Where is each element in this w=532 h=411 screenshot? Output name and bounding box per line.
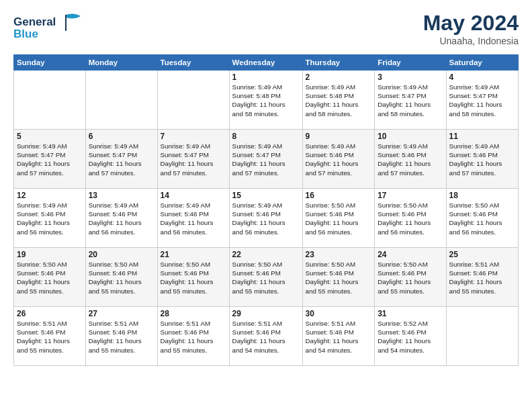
calendar: SundayMondayTuesdayWednesdayThursdayFrid… xyxy=(13,54,519,366)
calendar-cell: 2Sunrise: 5:49 AMSunset: 5:48 PMDaylight… xyxy=(302,71,375,130)
weekday-thursday: Thursday xyxy=(302,55,375,71)
day-info: Sunrise: 5:49 AMSunset: 5:46 PMDaylight:… xyxy=(378,142,443,177)
day-info: Sunrise: 5:49 AMSunset: 5:48 PMDaylight:… xyxy=(306,83,372,118)
day-number: 4 xyxy=(449,73,516,82)
day-info: Sunrise: 5:51 AMSunset: 5:46 PMDaylight:… xyxy=(306,319,372,355)
day-number: 30 xyxy=(306,309,372,318)
week-row-4: 19Sunrise: 5:50 AMSunset: 5:46 PMDayligh… xyxy=(14,248,519,307)
week-row-1: 1Sunrise: 5:49 AMSunset: 5:48 PMDaylight… xyxy=(14,71,519,130)
day-number: 11 xyxy=(449,132,516,141)
calendar-cell: 15Sunrise: 5:49 AMSunset: 5:46 PMDayligh… xyxy=(229,189,302,248)
day-number: 27 xyxy=(89,309,154,318)
day-info: Sunrise: 5:52 AMSunset: 5:46 PMDaylight:… xyxy=(378,319,443,355)
day-number: 31 xyxy=(378,309,443,318)
calendar-cell: 24Sunrise: 5:50 AMSunset: 5:46 PMDayligh… xyxy=(375,248,446,307)
month-title: May 2024 xyxy=(423,11,519,36)
weekday-monday: Monday xyxy=(85,55,157,71)
day-number: 24 xyxy=(378,250,443,259)
day-number: 7 xyxy=(161,132,226,141)
day-info: Sunrise: 5:49 AMSunset: 5:46 PMDaylight:… xyxy=(232,201,300,236)
calendar-cell: 23Sunrise: 5:50 AMSunset: 5:46 PMDayligh… xyxy=(302,248,375,307)
day-number: 13 xyxy=(89,191,154,200)
day-number: 28 xyxy=(161,309,226,318)
day-number: 22 xyxy=(232,250,300,259)
svg-text:Blue: Blue xyxy=(13,28,38,40)
calendar-cell: 19Sunrise: 5:50 AMSunset: 5:46 PMDayligh… xyxy=(14,248,86,307)
day-number: 1 xyxy=(232,73,300,82)
day-info: Sunrise: 5:49 AMSunset: 5:46 PMDaylight:… xyxy=(161,201,226,236)
week-row-2: 5Sunrise: 5:49 AMSunset: 5:47 PMDaylight… xyxy=(14,130,519,189)
day-info: Sunrise: 5:49 AMSunset: 5:47 PMDaylight:… xyxy=(449,83,516,118)
day-number: 21 xyxy=(161,250,226,259)
page: General Blue May 2024 Unaaha, Indonesia … xyxy=(0,0,532,373)
calendar-cell xyxy=(85,71,157,130)
week-row-3: 12Sunrise: 5:49 AMSunset: 5:46 PMDayligh… xyxy=(14,189,519,248)
weekday-tuesday: Tuesday xyxy=(157,55,229,71)
weekday-friday: Friday xyxy=(375,55,446,71)
calendar-cell: 12Sunrise: 5:49 AMSunset: 5:46 PMDayligh… xyxy=(14,189,86,248)
day-info: Sunrise: 5:49 AMSunset: 5:46 PMDaylight:… xyxy=(89,201,154,236)
day-number: 16 xyxy=(306,191,372,200)
day-number: 17 xyxy=(378,191,443,200)
calendar-cell: 17Sunrise: 5:50 AMSunset: 5:46 PMDayligh… xyxy=(375,189,446,248)
calendar-cell: 8Sunrise: 5:49 AMSunset: 5:47 PMDaylight… xyxy=(229,130,302,189)
svg-text:General: General xyxy=(13,15,56,28)
day-number: 2 xyxy=(306,73,372,82)
calendar-cell: 11Sunrise: 5:49 AMSunset: 5:46 PMDayligh… xyxy=(446,130,519,189)
day-number: 19 xyxy=(17,250,83,259)
calendar-cell: 31Sunrise: 5:52 AMSunset: 5:46 PMDayligh… xyxy=(375,307,446,366)
day-info: Sunrise: 5:51 AMSunset: 5:46 PMDaylight:… xyxy=(449,260,516,295)
calendar-cell xyxy=(157,71,229,130)
calendar-cell: 25Sunrise: 5:51 AMSunset: 5:46 PMDayligh… xyxy=(446,248,519,307)
calendar-cell xyxy=(14,71,86,130)
title-block: May 2024 Unaaha, Indonesia xyxy=(423,11,519,46)
calendar-cell: 6Sunrise: 5:49 AMSunset: 5:47 PMDaylight… xyxy=(85,130,157,189)
day-info: Sunrise: 5:50 AMSunset: 5:46 PMDaylight:… xyxy=(161,260,226,295)
calendar-cell: 28Sunrise: 5:51 AMSunset: 5:46 PMDayligh… xyxy=(157,307,229,366)
calendar-cell: 20Sunrise: 5:50 AMSunset: 5:46 PMDayligh… xyxy=(85,248,157,307)
day-info: Sunrise: 5:50 AMSunset: 5:46 PMDaylight:… xyxy=(306,201,372,236)
day-info: Sunrise: 5:49 AMSunset: 5:48 PMDaylight:… xyxy=(232,83,300,118)
calendar-cell: 26Sunrise: 5:51 AMSunset: 5:46 PMDayligh… xyxy=(14,307,86,366)
day-number: 5 xyxy=(17,132,83,141)
day-info: Sunrise: 5:50 AMSunset: 5:46 PMDaylight:… xyxy=(378,260,443,295)
logo: General Blue xyxy=(13,11,87,44)
weekday-wednesday: Wednesday xyxy=(229,55,302,71)
day-info: Sunrise: 5:51 AMSunset: 5:46 PMDaylight:… xyxy=(17,319,83,355)
calendar-cell: 16Sunrise: 5:50 AMSunset: 5:46 PMDayligh… xyxy=(302,189,375,248)
day-number: 10 xyxy=(378,132,443,141)
calendar-cell: 13Sunrise: 5:49 AMSunset: 5:46 PMDayligh… xyxy=(85,189,157,248)
day-info: Sunrise: 5:51 AMSunset: 5:46 PMDaylight:… xyxy=(161,319,226,355)
day-number: 26 xyxy=(17,309,83,318)
calendar-cell: 3Sunrise: 5:49 AMSunset: 5:47 PMDaylight… xyxy=(375,71,446,130)
weekday-header-row: SundayMondayTuesdayWednesdayThursdayFrid… xyxy=(14,55,519,71)
header: General Blue May 2024 Unaaha, Indonesia xyxy=(13,11,519,46)
day-number: 9 xyxy=(306,132,372,141)
day-number: 20 xyxy=(89,250,154,259)
day-number: 6 xyxy=(89,132,154,141)
day-info: Sunrise: 5:49 AMSunset: 5:47 PMDaylight:… xyxy=(161,142,226,177)
day-info: Sunrise: 5:50 AMSunset: 5:46 PMDaylight:… xyxy=(17,260,83,295)
day-info: Sunrise: 5:49 AMSunset: 5:47 PMDaylight:… xyxy=(17,142,83,177)
calendar-cell: 18Sunrise: 5:50 AMSunset: 5:46 PMDayligh… xyxy=(446,189,519,248)
day-info: Sunrise: 5:49 AMSunset: 5:46 PMDaylight:… xyxy=(306,142,372,177)
week-row-5: 26Sunrise: 5:51 AMSunset: 5:46 PMDayligh… xyxy=(14,307,519,366)
calendar-cell: 14Sunrise: 5:49 AMSunset: 5:46 PMDayligh… xyxy=(157,189,229,248)
calendar-cell: 7Sunrise: 5:49 AMSunset: 5:47 PMDaylight… xyxy=(157,130,229,189)
day-info: Sunrise: 5:50 AMSunset: 5:46 PMDaylight:… xyxy=(378,201,443,236)
calendar-cell: 5Sunrise: 5:49 AMSunset: 5:47 PMDaylight… xyxy=(14,130,86,189)
day-number: 14 xyxy=(161,191,226,200)
weekday-sunday: Sunday xyxy=(14,55,86,71)
weekday-saturday: Saturday xyxy=(446,55,519,71)
day-info: Sunrise: 5:50 AMSunset: 5:46 PMDaylight:… xyxy=(449,201,516,236)
day-number: 18 xyxy=(449,191,516,200)
day-info: Sunrise: 5:49 AMSunset: 5:47 PMDaylight:… xyxy=(378,83,443,118)
calendar-cell: 30Sunrise: 5:51 AMSunset: 5:46 PMDayligh… xyxy=(302,307,375,366)
calendar-cell: 29Sunrise: 5:51 AMSunset: 5:46 PMDayligh… xyxy=(229,307,302,366)
calendar-cell: 1Sunrise: 5:49 AMSunset: 5:48 PMDaylight… xyxy=(229,71,302,130)
calendar-cell: 21Sunrise: 5:50 AMSunset: 5:46 PMDayligh… xyxy=(157,248,229,307)
day-info: Sunrise: 5:49 AMSunset: 5:47 PMDaylight:… xyxy=(232,142,300,177)
day-info: Sunrise: 5:51 AMSunset: 5:46 PMDaylight:… xyxy=(89,319,154,355)
calendar-cell: 10Sunrise: 5:49 AMSunset: 5:46 PMDayligh… xyxy=(375,130,446,189)
day-info: Sunrise: 5:49 AMSunset: 5:46 PMDaylight:… xyxy=(17,201,83,236)
